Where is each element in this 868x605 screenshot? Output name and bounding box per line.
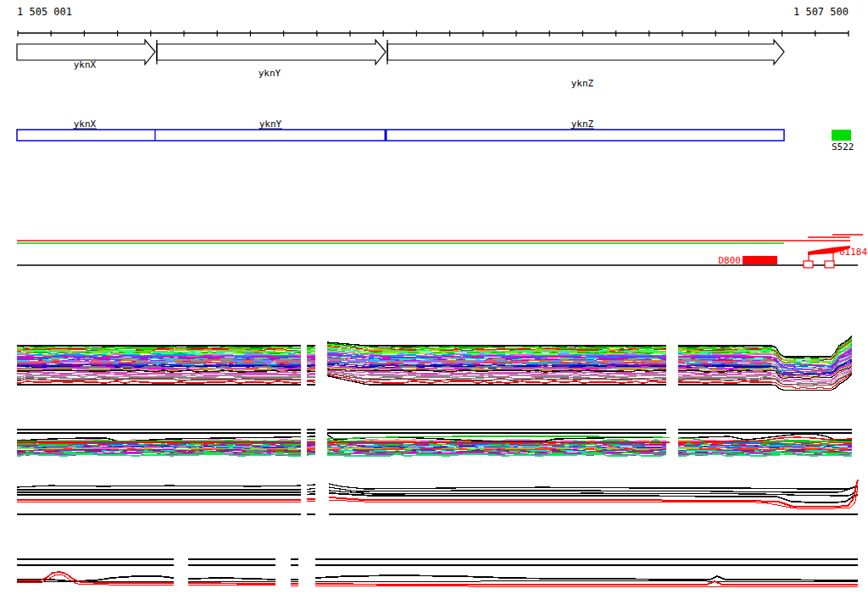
expression-track-2 [17,430,852,456]
ruler-end-label: 1 507 500 [793,6,849,18]
coordinate-ruler [18,31,849,36]
genome-browser-view: 1 505 0011 507 500yknXyknYyknZyknXyknYyk… [0,0,868,605]
expression-line [315,575,858,580]
d800-box[interactable] [743,256,777,264]
expression-line [307,489,315,490]
expression-line [307,368,315,369]
gene-arrow-shape[interactable] [387,40,784,64]
expression-line [307,371,315,372]
expression-line [307,485,315,486]
expression-line [307,491,315,492]
expression-line [17,486,301,487]
segment-box-s522[interactable] [832,130,851,141]
s522-label[interactable]: S522 [832,142,854,153]
segment-label-yknX[interactable]: yknX [74,119,97,130]
segment-label-yknY[interactable]: yknY [259,119,282,130]
gene-label-yknZ[interactable]: yknZ [571,78,594,89]
expression-line [307,501,315,502]
feature-01184l-label[interactable]: 01184L [839,247,868,258]
expression-line [329,484,858,489]
expression-line [315,586,858,586]
segment-bar [17,129,784,141]
gene-arrow-yknY[interactable] [157,40,386,64]
expression-track-1 [17,336,852,391]
expression-line [307,372,315,374]
segment-label-yknZ[interactable]: yknZ [571,119,594,130]
expression-line [327,344,666,349]
gene-arrow-shape[interactable] [157,40,386,64]
expression-line [17,381,301,383]
expression-line [17,379,301,380]
expression-line [327,342,666,346]
expression-line [315,580,858,581]
s522-box[interactable] [832,130,851,141]
expression-track-3 [17,480,858,514]
gene-arrow-yknZ[interactable] [387,40,784,64]
browser-canvas: 1 505 0011 507 500yknXyknYyknZyknXyknYyk… [0,0,868,605]
expression-line [188,583,275,584]
ruler-start-label: 1 505 001 [17,6,72,18]
gene-label-yknX[interactable]: yknX [74,59,97,70]
expression-line [17,444,301,446]
expression-line [188,578,275,580]
feature-anchor-box [804,261,813,268]
expression-line [315,581,858,585]
feature-anchor-box [825,261,834,268]
expression-line [307,494,315,495]
d800-label[interactable]: D800 [719,255,742,266]
gene-label-yknY[interactable]: yknY [259,68,281,79]
expression-line [307,499,315,500]
expression-line [307,381,315,383]
expression-track-4 [17,559,858,586]
segment-bar-outline[interactable] [17,130,784,141]
